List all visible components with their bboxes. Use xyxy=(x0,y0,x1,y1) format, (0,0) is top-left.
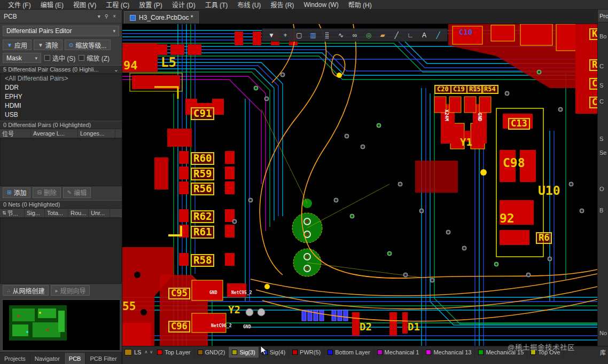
layer-tab-sig-3-[interactable]: Sig(3) xyxy=(229,347,259,358)
pcb-artwork xyxy=(122,24,597,346)
layer-tab-pwr-5-[interactable]: PWR(5) xyxy=(289,347,324,358)
add-pair-button[interactable]: ⊞ 添加 xyxy=(3,187,30,198)
apply-button[interactable]: ▼ 应用 xyxy=(3,39,32,50)
menu-item-p[interactable]: 放置 (P) xyxy=(134,0,167,9)
zoom-level-button[interactable]: ⊙ 缩放等级... xyxy=(65,39,111,50)
clear-funnel-icon: ▼ xyxy=(38,42,43,48)
layer-tab-sig-4-[interactable]: Sig(4) xyxy=(259,347,289,358)
wizard-icon: ▸ xyxy=(55,288,58,294)
watermark: @稀土掘金技术社区 xyxy=(508,342,575,352)
diff-pair-icon[interactable]: ∿ xyxy=(335,30,347,41)
library-panel-tab[interactable]: 库 xyxy=(598,348,608,357)
menu-item-h[interactable]: 帮助 (H) xyxy=(344,0,377,9)
pairs-column[interactable]: 位号 xyxy=(0,129,31,138)
filter-icon[interactable]: ▼ xyxy=(266,30,277,41)
pairs-column-headers: 位号Average L...Longes... xyxy=(0,129,122,138)
classes-header[interactable]: 5 Differential Pair Classes (0 Highli...… xyxy=(0,65,122,74)
properties-panel-tab[interactable]: Pro xyxy=(598,10,608,22)
layer-tab-label: PWR(5) xyxy=(300,349,321,355)
nets-column[interactable]: ⇅节... xyxy=(0,209,25,217)
layer-tab-label: Mechanical 1 xyxy=(385,349,419,355)
properties-panel-strip[interactable]: Pro BoCSCSSeOBNo xyxy=(597,10,608,346)
chart-icon[interactable]: ▥ xyxy=(307,30,319,41)
apply-funnel-icon: ▼ xyxy=(7,42,12,48)
nets-list[interactable] xyxy=(0,218,122,284)
select-checkbox[interactable]: 选中 (S) xyxy=(44,53,75,62)
layer-scroll-down-icon[interactable]: ∨ xyxy=(149,350,154,354)
panel-tab-navigator[interactable]: Navigator xyxy=(30,353,65,364)
panel-tab-projects[interactable]: Projects xyxy=(0,353,30,364)
menu-item-u[interactable]: 布线 (U) xyxy=(232,0,266,9)
class-item[interactable]: EPHY xyxy=(1,92,121,101)
pairs-list[interactable] xyxy=(0,138,122,186)
nets-column[interactable]: Unr... xyxy=(89,209,110,217)
layer-tab-top-layer[interactable]: Top Layer xyxy=(154,347,194,358)
layer-color-chip xyxy=(478,350,484,355)
remove-icon: ⊟ xyxy=(37,189,41,195)
pairs-column[interactable]: Longes... xyxy=(78,129,115,138)
layer-color-chip xyxy=(377,350,383,355)
panel-close-icon[interactable]: × xyxy=(111,13,118,19)
pairs-column[interactable]: Average L... xyxy=(31,129,78,138)
menu-item-windoww[interactable]: Window (W) xyxy=(299,1,343,9)
layer-scroll-up-icon[interactable]: ∧ xyxy=(143,350,149,354)
editor-mode-select[interactable]: Differential Pairs Editor ▾ xyxy=(3,26,119,36)
class-item[interactable]: <All Differential Pairs> xyxy=(1,74,121,83)
edit-icon: ✎ xyxy=(67,189,72,195)
pairs-header[interactable]: 0 Differential Pairs (0 Highlighted) xyxy=(0,121,122,129)
menu-item-c[interactable]: 工程 (C) xyxy=(101,0,134,9)
rule-wizard-button[interactable]: ▸ 规则向导 xyxy=(51,285,90,296)
nets-column[interactable]: Tota... xyxy=(45,209,68,217)
via-icon[interactable]: ◎ xyxy=(363,30,375,41)
zoom-checkbox-box xyxy=(79,55,84,61)
mask-select[interactable]: Mask ▾ xyxy=(3,53,41,63)
classes-sort-icon: ⌄ xyxy=(114,66,119,73)
class-item[interactable]: DDR xyxy=(1,83,121,92)
pcb-panel-header: PCB ▾ ⚲ × xyxy=(0,10,122,23)
nets-header[interactable]: 0 Nets (0 Highlighted) xyxy=(0,200,122,209)
menu-item-d[interactable]: 设计 (D) xyxy=(167,0,200,9)
layer-tab-bottom-layer[interactable]: Bottom Layer xyxy=(324,347,373,358)
add-icon[interactable]: + xyxy=(279,30,291,41)
class-item[interactable]: HDMI xyxy=(1,101,121,110)
layer-color-chip xyxy=(292,350,298,355)
text-icon[interactable]: A xyxy=(418,30,430,41)
layer-color-chip xyxy=(232,350,237,355)
edit-pair-button[interactable]: ✎ 编辑 xyxy=(63,187,91,198)
measure-icon[interactable]: ∟ xyxy=(404,30,416,41)
panel-pin-icon[interactable]: ⚲ xyxy=(103,13,111,19)
clear-button[interactable]: ▼ 清除 xyxy=(34,39,63,50)
line-icon[interactable]: ╱ xyxy=(432,30,444,41)
nets-column-headers: ⇅节...Sig...Tota...Rou...Unr... xyxy=(0,209,122,218)
dots-grid-icon[interactable]: ⣿ xyxy=(321,30,333,41)
board-preview[interactable] xyxy=(2,299,120,351)
document-tab[interactable]: H3_Core.PcbDoc * xyxy=(124,11,199,23)
nets-column[interactable]: Rou... xyxy=(68,209,89,217)
delete-pair-button[interactable]: ⊟ 删除 xyxy=(33,187,60,198)
properties-fragment: B xyxy=(599,207,603,213)
panel-tab-pcb[interactable]: PCB xyxy=(65,353,86,364)
layer-set-label[interactable]: LS xyxy=(134,349,141,355)
zoom-checkbox[interactable]: 缩放 (Z) xyxy=(79,53,110,62)
panel-dropdown-icon[interactable]: ▾ xyxy=(96,13,103,19)
layer-tab-mechanical-1[interactable]: Mechanical 1 xyxy=(374,347,423,358)
layer-tab-gnd-2-[interactable]: GND(2) xyxy=(194,347,229,358)
layer-tab-label: GND(2) xyxy=(205,349,225,355)
select-rect-icon[interactable]: ▢ xyxy=(293,30,305,41)
pcb-canvas[interactable]: 94L5C91R60R59R56R62R61R58C95C9655Y2C13C9… xyxy=(122,24,597,346)
class-item[interactable]: USB xyxy=(1,110,121,120)
menu-item-t[interactable]: 工具 (T) xyxy=(200,0,233,9)
polygon-icon[interactable]: ▰ xyxy=(377,30,388,41)
panel-tab-pcb-filter[interactable]: PCB Filter xyxy=(85,353,121,364)
layer-tab-label: Sig(4) xyxy=(270,349,285,355)
menu-item-v[interactable]: 视图 (V) xyxy=(68,0,101,9)
menu-item-f[interactable]: 文件 (F) xyxy=(3,0,36,9)
loops-icon[interactable]: ∞ xyxy=(349,30,361,41)
menu-bar: 文件 (F)编辑 (E)视图 (V)工程 (C)放置 (P)设计 (D)工具 (… xyxy=(0,0,608,10)
nets-column[interactable]: Sig... xyxy=(25,209,45,217)
menu-item-e[interactable]: 编辑 (E) xyxy=(36,0,68,9)
menu-item-r[interactable]: 报告 (R) xyxy=(266,0,299,9)
knife-icon[interactable]: ╱ xyxy=(391,30,402,41)
create-from-net-button[interactable]: ∴ 从网络创建 xyxy=(3,285,49,296)
layer-tab-mechanical-13[interactable]: Mechanical 13 xyxy=(423,347,475,358)
